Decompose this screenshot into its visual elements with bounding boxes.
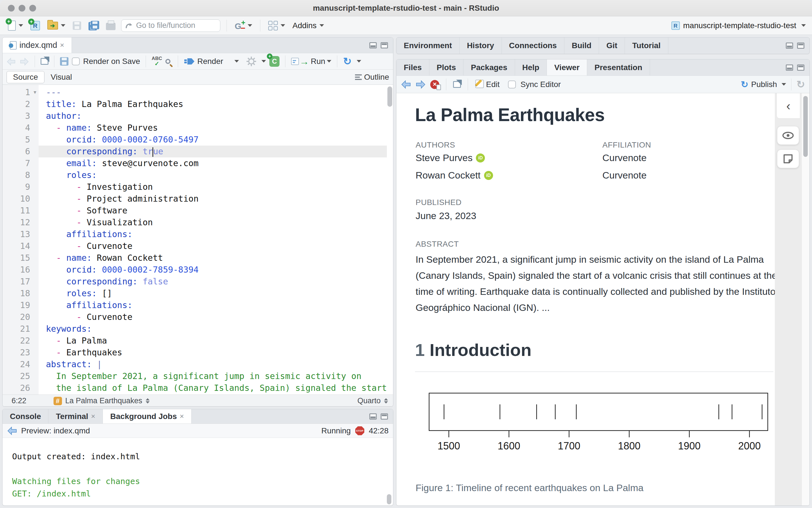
rerun-icon[interactable]: ↻ <box>343 55 351 67</box>
code-line[interactable]: 17 corresponding: false <box>3 276 387 288</box>
code-line[interactable]: 22 - La Palma <box>3 335 387 347</box>
save-button[interactable] <box>71 20 83 31</box>
edit-button[interactable]: Edit <box>475 80 499 89</box>
viewer-scrollbar[interactable] <box>802 93 809 505</box>
code-editor[interactable]: 1▼---2title: La Palma Earthquakes3author… <box>3 85 393 394</box>
tab-history[interactable]: History <box>459 37 501 54</box>
minimize-pane-icon[interactable] <box>786 43 793 49</box>
outline-button[interactable]: Outline <box>355 73 389 82</box>
tab-presentation[interactable]: Presentation <box>587 59 650 76</box>
tab-viewer[interactable]: Viewer <box>547 59 587 76</box>
minimize-pane-icon[interactable] <box>786 65 793 71</box>
tab-index-qmd[interactable]: index.qmd × <box>3 37 72 53</box>
maximize-pane-icon[interactable] <box>797 65 804 71</box>
orcid-icon[interactable]: iD <box>476 154 485 163</box>
sync-editor-checkbox[interactable] <box>508 81 516 88</box>
close-icon[interactable]: × <box>180 412 184 421</box>
run-button[interactable]: → Run <box>291 57 331 66</box>
code-line[interactable]: 26 the island of La Palma (Canary Island… <box>3 382 387 394</box>
code-line[interactable]: 8 roles: <box>3 169 387 181</box>
gear-icon[interactable] <box>246 56 256 67</box>
tab-help[interactable]: Help <box>515 59 547 76</box>
tab-background-jobs[interactable]: Background Jobs× <box>103 409 192 424</box>
back-icon[interactable] <box>7 427 17 435</box>
pane-layout-button[interactable] <box>267 20 287 32</box>
scrollbar-thumb[interactable] <box>388 86 392 107</box>
tab-terminal[interactable]: Terminal× <box>48 409 103 424</box>
maximize-pane-icon[interactable] <box>381 413 388 420</box>
code-line[interactable]: 3author: <box>3 110 387 122</box>
version-control-button[interactable]: G+− <box>233 19 254 32</box>
orcid-icon[interactable]: iD <box>484 171 493 180</box>
code-line[interactable]: 5 orcid: 0000-0002-0760-5497 <box>3 134 387 145</box>
tab-git[interactable]: Git <box>599 37 625 54</box>
code-line[interactable]: 12 - Visualization <box>3 217 387 228</box>
minimize-pane-icon[interactable] <box>369 42 377 48</box>
console-output[interactable]: Output created: index.htmlWatching files… <box>3 438 393 506</box>
save-document-icon[interactable] <box>60 57 69 66</box>
minimize-pane-icon[interactable] <box>369 413 377 420</box>
file-type-menu[interactable]: Quarto <box>357 396 388 405</box>
clear-viewer-icon[interactable]: × <box>430 80 439 89</box>
addins-menu[interactable]: Addins <box>291 20 326 31</box>
popout-icon[interactable] <box>453 81 461 88</box>
open-file-button[interactable]: ➔ <box>46 20 67 31</box>
chevron-down-icon[interactable] <box>357 60 361 62</box>
tab-environment[interactable]: Environment <box>396 37 459 54</box>
code-line[interactable]: 25 In September 2021, a significant jump… <box>3 370 387 382</box>
tab-files[interactable]: Files <box>396 59 430 76</box>
code-line[interactable]: 15 - name: Rowan Cockett <box>3 252 387 264</box>
code-line[interactable]: 2title: La Palma Earthquakes <box>3 98 387 110</box>
new-file-button[interactable]: + <box>6 19 25 32</box>
forward-button[interactable] <box>19 58 29 65</box>
insert-chunk-icon[interactable]: C+ <box>269 56 280 67</box>
visibility-button[interactable] <box>777 126 799 145</box>
editor-scrollbar[interactable] <box>388 86 392 393</box>
back-button[interactable] <box>6 58 16 65</box>
code-line[interactable]: 4 - name: Steve Purves <box>3 122 387 134</box>
annotation-button[interactable] <box>777 150 799 168</box>
render-button[interactable]: Render <box>184 57 223 66</box>
code-line[interactable]: 23 - Earthquakes <box>3 347 387 358</box>
code-line[interactable]: 16 orcid: 0000-0002-7859-8394 <box>3 264 387 276</box>
code-line[interactable]: 14 - Curvenote <box>3 240 387 252</box>
tab-build[interactable]: Build <box>564 37 599 54</box>
section-jump-menu[interactable]: # La Palma Earthquakes <box>53 396 150 405</box>
print-button[interactable] <box>104 20 117 31</box>
tab-visual[interactable]: Visual <box>44 71 78 83</box>
tab-tutorial[interactable]: Tutorial <box>625 37 668 54</box>
code-line[interactable]: 19 affiliations: <box>3 299 387 311</box>
code-line[interactable]: 21keywords: <box>3 323 387 335</box>
tab-packages[interactable]: Packages <box>463 59 515 76</box>
code-line[interactable]: 20 - Curvenote <box>3 311 387 323</box>
code-line[interactable]: 7 email: steve@curvenote.com <box>3 158 387 169</box>
tab-plots[interactable]: Plots <box>430 59 463 76</box>
code-line[interactable]: 24abstract: | <box>3 358 387 370</box>
tab-console[interactable]: Console <box>3 409 48 424</box>
close-icon[interactable]: × <box>60 41 64 50</box>
save-all-button[interactable] <box>87 20 100 32</box>
close-icon[interactable]: × <box>91 412 95 421</box>
viewer-back-icon[interactable] <box>401 80 411 89</box>
render-on-save-checkbox[interactable] <box>72 57 80 65</box>
tab-connections[interactable]: Connections <box>502 37 565 54</box>
viewer-forward-icon[interactable] <box>416 80 426 89</box>
scrollbar-thumb[interactable] <box>803 96 808 157</box>
chevron-down-icon[interactable] <box>261 60 266 62</box>
spellcheck-icon[interactable]: ABC✓ <box>152 56 162 67</box>
collapse-panel-button[interactable]: ‹ <box>776 93 800 119</box>
popout-icon[interactable] <box>41 58 48 65</box>
search-icon[interactable] <box>165 59 170 64</box>
code-line[interactable]: 11 - Software <box>3 205 387 217</box>
refresh-icon[interactable]: ↻ <box>797 79 805 90</box>
code-line[interactable]: 13 affiliations: <box>3 228 387 240</box>
goto-file-input[interactable]: Go to file/function <box>121 19 220 32</box>
code-line[interactable]: 1▼--- <box>3 86 387 98</box>
code-line[interactable]: 6 corresponding: true <box>3 145 387 158</box>
code-line[interactable]: 9 - Investigation <box>3 181 387 193</box>
chevron-down-icon[interactable] <box>234 60 239 62</box>
maximize-pane-icon[interactable] <box>381 42 388 48</box>
scrollbar-thumb[interactable] <box>387 494 391 504</box>
code-line[interactable]: 10 - Project administration <box>3 193 387 205</box>
chevron-down-icon[interactable] <box>781 83 786 86</box>
